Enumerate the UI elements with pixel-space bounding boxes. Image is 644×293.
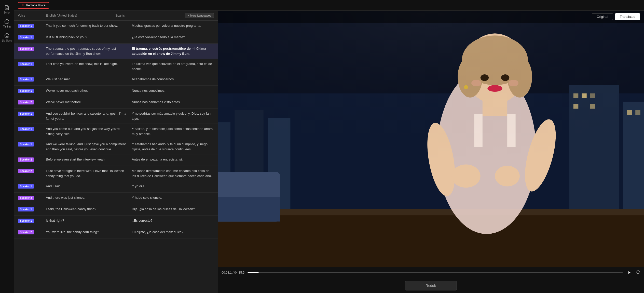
- cell-spanish: Muchas gracias por volver a nuestro prog…: [132, 23, 214, 28]
- script-icon: [4, 5, 9, 10]
- cell-voice: Speaker 1: [18, 88, 46, 93]
- column-header-english: English (United States): [46, 14, 115, 17]
- table-row[interactable]: Speaker 1 And you couldn't be nicer and …: [14, 109, 218, 124]
- speaker-badge: Speaker 1: [18, 62, 34, 66]
- lipsync-icon: [4, 33, 9, 38]
- video-scene: [218, 11, 644, 267]
- cell-voice: Speaker 2: [18, 46, 46, 51]
- speaker-badge: Speaker 1: [18, 127, 34, 131]
- table-header: Voice English (United States) Spanish + …: [14, 11, 218, 21]
- cell-spanish: Nunca nos habíamos visto antes.: [132, 100, 214, 105]
- cell-voice: Speaker 2: [18, 168, 46, 173]
- cell-spanish: Tú dijiste, ¿la cosa del maíz dulce?: [132, 230, 214, 235]
- speaker-badge: Speaker 1: [18, 24, 34, 28]
- table-row[interactable]: Speaker 1 Is that right? ¿Es correcto?: [14, 216, 218, 227]
- table-row[interactable]: Speaker 2 And there was just silence. Y …: [14, 193, 218, 204]
- cell-english: I said, the Halloween candy thing?: [46, 207, 132, 212]
- video-controls: 00:08.1 / 04:35.5: [218, 267, 644, 278]
- table-row[interactable]: Speaker 1 Is it all flushing back to you…: [14, 32, 218, 44]
- cell-english: Is that right?: [46, 218, 132, 223]
- cell-spanish: Nunca nos conocimos.: [132, 88, 214, 93]
- speaker-badge: Speaker 1: [18, 142, 34, 146]
- cell-voice: Speaker 1: [18, 61, 46, 66]
- table-row[interactable]: Speaker 1 I said, the Halloween candy th…: [14, 204, 218, 216]
- mic-icon: 🎙: [21, 4, 24, 7]
- cell-english: And you came out, and you sat just the w…: [46, 126, 132, 136]
- refresh-icon: [636, 270, 640, 274]
- speaker-badge: Speaker 1: [18, 89, 34, 93]
- cell-english: We've never met each other.: [46, 88, 132, 93]
- cell-spanish: Dije, ¿la cosa de los dulces de Hallowee…: [132, 207, 214, 212]
- table-body: Speaker 1 Thank you so much for coming b…: [14, 21, 218, 293]
- sidebar: Script Timing Lip Sync: [0, 0, 14, 293]
- speaker-badge: Speaker 2: [18, 196, 34, 200]
- table-row[interactable]: Speaker 1 We just had met. Acabábamos de…: [14, 74, 218, 86]
- table-row[interactable]: Speaker 1 Thank you so much for coming b…: [14, 21, 218, 32]
- sidebar-item-lipsync[interactable]: Lip Sync: [0, 31, 14, 45]
- video-top-bar: Original Translated: [218, 11, 644, 23]
- cell-english: I just dove straight in there with, I lo…: [46, 168, 132, 178]
- table-row[interactable]: Speaker 1 And we were talking, and I jus…: [14, 139, 218, 154]
- speaker-badge: Speaker 2: [18, 100, 34, 104]
- table-row[interactable]: Speaker 1 And you came out, and you sat …: [14, 124, 218, 139]
- cell-voice: Speaker 1: [18, 142, 46, 146]
- timing-icon: [4, 19, 9, 24]
- cell-spanish: Y no podrías ser más amable y dulce, y, …: [132, 111, 214, 121]
- cell-english: And you couldn't be nicer and sweeter an…: [46, 111, 132, 121]
- speaker-badge: Speaker 1: [18, 207, 34, 211]
- table-row[interactable]: Speaker 2 You were like, the candy corn …: [14, 227, 218, 238]
- cell-voice: Speaker 1: [18, 218, 46, 223]
- cell-english: And we were talking, and I just gave you…: [46, 142, 132, 152]
- sidebar-lipsync-label: Lip Sync: [2, 39, 12, 42]
- progress-fill: [248, 272, 259, 273]
- cell-english: You were like, the candy corn thing?: [46, 230, 132, 235]
- table-row[interactable]: Speaker 2 Before we even start the inter…: [14, 154, 218, 166]
- cell-voice: Speaker 1: [18, 184, 46, 189]
- cell-voice: Speaker 1: [18, 126, 46, 131]
- speaker-badge: Speaker 2: [18, 169, 34, 173]
- cell-voice: Speaker 1: [18, 35, 46, 39]
- reclone-button-label: Reclone Voice: [26, 4, 46, 7]
- column-header-voice: Voice: [18, 14, 46, 17]
- reclone-voice-button[interactable]: 🎙 Reclone Voice: [18, 2, 49, 9]
- cell-spanish: Y estábamos hablando, y te di un cumplid…: [132, 142, 214, 152]
- sidebar-item-timing[interactable]: Timing: [0, 17, 14, 31]
- speaker-badge: Speaker 1: [18, 112, 34, 116]
- cell-spanish: ¿Es correcto?: [132, 218, 214, 223]
- svg-rect-66: [218, 11, 644, 267]
- speaker-badge: Speaker 2: [18, 47, 34, 51]
- play-icon: [628, 271, 631, 274]
- cell-voice: Speaker 2: [18, 230, 46, 234]
- refresh-button[interactable]: [636, 270, 640, 275]
- sidebar-item-script[interactable]: Script: [0, 3, 14, 17]
- cell-english: Last time you were on the show, this is …: [46, 61, 132, 66]
- cell-voice: Speaker 1: [18, 111, 46, 116]
- cell-english: We've never met before.: [46, 100, 132, 105]
- redub-button[interactable]: Redub: [405, 281, 457, 290]
- cell-spanish: Y yo dije.: [132, 184, 214, 189]
- table-row[interactable]: Speaker 1 And I said. Y yo dije.: [14, 181, 218, 193]
- table-row[interactable]: Speaker 1 We've never met each other. Nu…: [14, 86, 218, 97]
- cell-spanish: Me lancé directamente con, me encanta es…: [132, 168, 214, 178]
- cell-spanish: Acabábamos de conocernos.: [132, 77, 214, 82]
- cell-voice: Speaker 2: [18, 157, 46, 162]
- cell-spanish: Antes de empezar la entrevista, sí.: [132, 157, 214, 162]
- cell-english: Is it all flushing back to you?: [46, 35, 132, 40]
- main-content: 🎙 Reclone Voice Voice English (United St…: [14, 0, 644, 293]
- speaker-badge: Speaker 2: [18, 230, 34, 234]
- table-row[interactable]: Speaker 2 We've never met before. Nunca …: [14, 97, 218, 109]
- speaker-badge: Speaker 1: [18, 77, 34, 82]
- translated-view-button[interactable]: Translated: [615, 13, 640, 20]
- table-row[interactable]: Speaker 1 Last time you were on the show…: [14, 59, 218, 74]
- cell-spanish: El trauma, el estrés postraumático de mi…: [132, 46, 214, 56]
- original-view-button[interactable]: Original: [592, 13, 613, 20]
- table-row[interactable]: Speaker 2 The trauma, the post-traumatic…: [14, 44, 218, 59]
- play-button[interactable]: [626, 269, 633, 276]
- more-languages-button[interactable]: + More Languages: [185, 13, 214, 18]
- progress-bar[interactable]: [248, 272, 623, 273]
- cell-english: Thank you so much for coming back to our…: [46, 23, 132, 28]
- cell-spanish: La última vez que estuviste en el progra…: [132, 61, 214, 71]
- speaker-badge: Speaker 1: [18, 35, 34, 39]
- table-row[interactable]: Speaker 2 I just dove straight in there …: [14, 166, 218, 181]
- speaker-badge: Speaker 1: [18, 184, 34, 189]
